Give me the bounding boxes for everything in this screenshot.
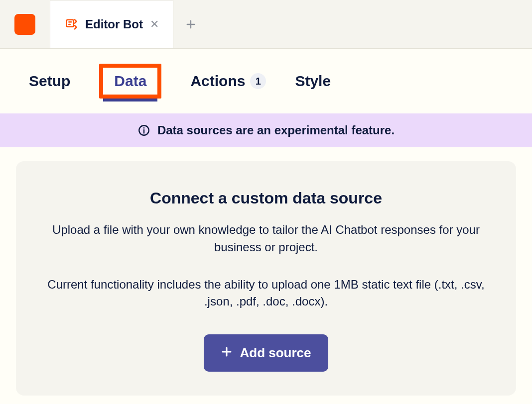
tab-actions[interactable]: Actions 1 <box>190 68 266 95</box>
app-logo[interactable] <box>14 14 35 35</box>
actions-count-badge: 1 <box>250 73 266 89</box>
close-tab-icon[interactable]: ✕ <box>150 18 159 31</box>
file-tab-title: Editor Bot <box>85 17 143 31</box>
svg-rect-0 <box>67 20 74 27</box>
tab-setup[interactable]: Setup <box>29 68 70 95</box>
data-source-card: Connect a custom data source Upload a fi… <box>16 161 516 396</box>
plus-icon <box>221 346 233 360</box>
nav-tabs: Setup Data Actions 1 Style <box>0 49 532 113</box>
top-bar: Editor Bot ✕ <box>0 0 532 49</box>
card-description-primary: Upload a file with your own knowledge to… <box>42 221 490 256</box>
add-source-button[interactable]: Add source <box>204 334 328 372</box>
tab-actions-label: Actions <box>190 73 245 90</box>
new-tab-button[interactable] <box>173 0 208 48</box>
svg-point-5 <box>143 127 145 129</box>
banner-text: Data sources are an experimental feature… <box>157 123 395 137</box>
tab-data[interactable]: Data <box>99 64 161 99</box>
tab-style[interactable]: Style <box>295 68 331 95</box>
card-description-secondary: Current functionality includes the abili… <box>42 276 490 311</box>
logo-area <box>0 0 50 48</box>
card-heading: Connect a custom data source <box>40 189 492 207</box>
add-source-label: Add source <box>240 345 311 361</box>
bot-icon <box>64 17 78 31</box>
experimental-banner: Data sources are an experimental feature… <box>0 113 532 147</box>
file-tab-editor-bot[interactable]: Editor Bot ✕ <box>50 0 173 48</box>
info-icon <box>137 124 150 137</box>
